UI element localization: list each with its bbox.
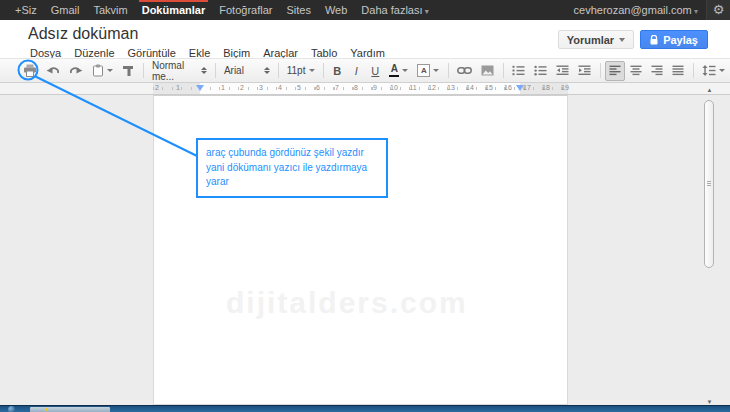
lock-icon <box>650 35 658 45</box>
align-justify-icon <box>672 65 684 76</box>
paint-format-button[interactable] <box>118 61 138 81</box>
bold-label: B <box>332 65 342 77</box>
link-icon <box>457 66 472 75</box>
redo-button[interactable] <box>65 61 87 81</box>
bold-button[interactable]: B <box>328 61 346 81</box>
toolbar-separator <box>143 63 144 78</box>
indent-button[interactable] <box>574 61 595 81</box>
account-email[interactable]: cevherozan@gmail.com <box>574 4 698 16</box>
right-margin-marker[interactable] <box>516 85 524 91</box>
taskbar-app-icon <box>45 408 48 411</box>
toolbar: Normal me... Arial 11pt B I U A A <box>0 58 730 83</box>
numbered-list-icon <box>512 65 525 76</box>
highlight-color-icon: A <box>417 64 430 77</box>
share-button-label: Paylaş <box>663 34 698 46</box>
indent-icon <box>578 65 591 76</box>
updown-icon <box>201 67 207 74</box>
font-dropdown[interactable]: Arial <box>220 61 274 81</box>
chevron-down-icon <box>433 69 439 72</box>
scrollbar-grip <box>707 181 711 186</box>
styles-dropdown[interactable]: Normal me... <box>148 61 211 81</box>
styles-dropdown-value: Normal me... <box>152 60 197 82</box>
start-button[interactable] <box>8 406 15 412</box>
topbar-item[interactable]: Gmail <box>44 0 87 20</box>
text-color-icon: A <box>389 64 399 77</box>
chevron-down-icon <box>402 69 408 72</box>
toolbar-separator <box>600 63 601 78</box>
align-left-button[interactable] <box>605 61 625 81</box>
toolbar-separator <box>693 63 694 78</box>
topbar-item[interactable]: Daha fazlası <box>354 0 435 20</box>
print-button[interactable] <box>19 61 41 81</box>
italic-label: I <box>351 65 361 77</box>
image-icon <box>481 65 494 76</box>
align-justify-button[interactable] <box>668 61 688 81</box>
google-top-bar: +SizGmailTakvimDokümanlarFotoğraflarSite… <box>0 0 730 20</box>
topbar-item[interactable]: Takvim <box>86 0 134 20</box>
indent-marker[interactable] <box>196 85 204 91</box>
align-right-button[interactable] <box>647 61 667 81</box>
toolbar-separator <box>215 63 216 78</box>
paint-format-icon <box>122 65 134 77</box>
font-size-dropdown-value: 11pt <box>287 65 306 76</box>
topbar-item[interactable]: Fotoğraflar <box>212 0 279 20</box>
align-center-button[interactable] <box>626 61 646 81</box>
topbar-account-area: cevherozan@gmail.com ⚙ <box>574 0 730 20</box>
topbar-item[interactable]: Web <box>318 0 354 20</box>
redo-icon <box>69 65 83 77</box>
comments-button-label: Yorumlar <box>567 34 614 46</box>
header-actions: Yorumlar Paylaş <box>558 30 708 49</box>
scrollbar-thumb[interactable] <box>704 100 714 268</box>
line-spacing-icon <box>702 65 716 76</box>
topbar-item[interactable]: Sites <box>279 0 317 20</box>
chevron-down-icon <box>619 38 625 42</box>
italic-button[interactable]: I <box>347 61 365 81</box>
toolbar-separator <box>448 63 449 78</box>
google-docs-window: +SizGmailTakvimDokümanlarFotoğraflarSite… <box>0 0 730 412</box>
annotation-callout: araç çubunda gördünüz şekil yazdır yani … <box>196 138 388 198</box>
chevron-down-icon <box>719 69 725 72</box>
ruler-numbers: 2112345678910111213141516171819 <box>153 83 568 94</box>
underline-button[interactable]: U <box>366 61 384 81</box>
ruler[interactable]: 2112345678910111213141516171819 <box>153 83 568 94</box>
windows-taskbar <box>0 405 730 412</box>
line-spacing-button[interactable] <box>698 61 729 81</box>
undo-icon <box>46 65 60 77</box>
toolbar-separator <box>503 63 504 78</box>
insert-link-button[interactable] <box>453 61 476 81</box>
updown-icon <box>264 67 270 74</box>
gear-icon[interactable]: ⚙ <box>706 0 730 20</box>
scroll-up-icon[interactable]: ▲ <box>705 86 714 95</box>
topbar-nav: +SizGmailTakvimDokümanlarFotoğraflarSite… <box>0 0 436 20</box>
align-right-icon <box>651 65 663 76</box>
chevron-down-icon <box>107 69 113 72</box>
underline-label: U <box>370 65 380 77</box>
vertical-scrollbar: ▲ ▼ <box>703 86 716 407</box>
document-title[interactable]: Adsız doküman <box>28 25 138 43</box>
web-clipboard-button[interactable] <box>88 61 117 81</box>
topbar-item[interactable]: Dokümanlar <box>135 0 213 20</box>
highlight-color-button[interactable]: A <box>413 61 443 81</box>
watermark-text: dijitalders.com <box>226 286 468 320</box>
clipboard-icon <box>92 64 104 77</box>
print-icon <box>23 64 37 77</box>
header: Adsız doküman DosyaDüzenleGörüntüleEkleB… <box>0 20 730 58</box>
font-size-dropdown[interactable]: 11pt <box>283 61 320 81</box>
toolbar-separator <box>278 63 279 78</box>
taskbar-app-button[interactable] <box>30 407 110 412</box>
topbar-item[interactable]: +Siz <box>8 0 44 20</box>
outdent-button[interactable] <box>552 61 573 81</box>
toolbar-separator <box>323 63 324 78</box>
numbered-list-button[interactable] <box>508 61 529 81</box>
undo-button[interactable] <box>42 61 64 81</box>
outdent-icon <box>556 65 569 76</box>
align-center-icon <box>630 65 642 76</box>
share-button[interactable]: Paylaş <box>640 30 708 49</box>
text-color-button[interactable]: A <box>385 61 412 81</box>
insert-image-button[interactable] <box>477 61 498 81</box>
bulleted-list-button[interactable] <box>530 61 551 81</box>
chevron-down-icon <box>309 69 315 72</box>
font-dropdown-value: Arial <box>224 65 244 76</box>
comments-button[interactable]: Yorumlar <box>558 30 634 49</box>
ruler-strip: 2112345678910111213141516171819 <box>0 83 730 95</box>
